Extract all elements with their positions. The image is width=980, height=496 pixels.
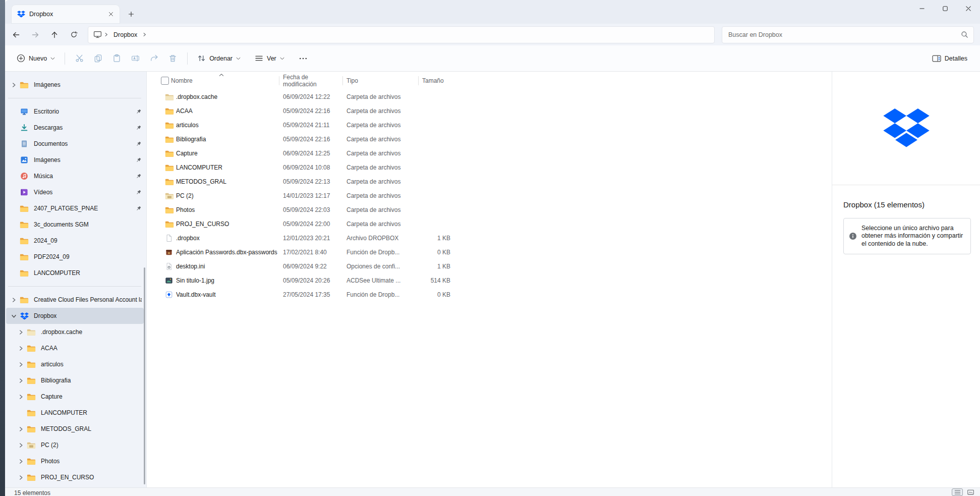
file-row-dropbox-cache[interactable]: .dropbox.cache 06/09/2024 12:22 Carpeta …	[147, 90, 832, 104]
expand-chevron[interactable]	[10, 312, 17, 319]
minimize-icon	[919, 6, 925, 12]
expand-chevron[interactable]	[17, 328, 24, 336]
sidebar-item-vídeos[interactable]: Vídeos	[6, 184, 144, 200]
sidebar-item-creative-cloud-files-personal-account-las[interactable]: Creative Cloud Files Personal Account la…	[6, 292, 144, 308]
sidebar-item-dropbox[interactable]: Dropbox	[6, 308, 144, 324]
folder-icon	[20, 253, 29, 261]
file-modified-date: 05/09/2024 21:11	[279, 122, 342, 129]
new-button[interactable]: Nuevo	[12, 50, 60, 66]
sidebar-item-lancomputer[interactable]: LANCOMPUTER	[6, 405, 144, 421]
select-all-checkbox[interactable]	[161, 77, 169, 85]
sidebar-item-dropbox-cache[interactable]: .dropbox.cache	[6, 324, 144, 340]
search-icon[interactable]	[961, 31, 968, 38]
column-header-type[interactable]: Tipo	[342, 77, 418, 85]
sidebar-item-pc-2[interactable]: PC (2)	[6, 437, 144, 453]
details-pane-toggle-button[interactable]: Detalles	[928, 51, 972, 66]
file-row-metodos-gral[interactable]: METODOS_GRAL 05/09/2024 22:13 Carpeta de…	[147, 175, 832, 189]
file-row-sin-titulo-1-jpg[interactable]: Sin titulo-1.jpg 05/09/2024 20:26 ACDSee…	[147, 273, 832, 288]
expand-chevron[interactable]	[10, 81, 17, 88]
sidebar-item-imágenes[interactable]: Imágenes	[6, 77, 144, 93]
new-tab-button[interactable]	[124, 7, 138, 21]
expand-chevron[interactable]	[17, 442, 24, 449]
sort-button[interactable]: Ordenar	[193, 51, 245, 66]
delete-button[interactable]	[163, 50, 182, 67]
sidebar-item-2024-09[interactable]: 2024_09	[6, 233, 144, 249]
sidebar-item-lancomputer[interactable]: LANCOMPUTER	[6, 265, 144, 281]
sidebar-item-escritorio[interactable]: Escritorio	[6, 103, 144, 120]
file-row-bibliografia[interactable]: Bibliografia 05/09/2024 22:16 Carpeta de…	[147, 132, 832, 146]
chevron-spacer	[10, 237, 17, 244]
more-options-button[interactable]	[294, 53, 312, 64]
details-panel-icon	[932, 55, 941, 62]
close-button[interactable]	[957, 0, 980, 17]
forward-button[interactable]	[26, 27, 44, 43]
file-row-dropbox[interactable]: .dropbox 12/01/2023 20:21 Archivo DROPBO…	[147, 231, 832, 245]
file-row-desktop-ini[interactable]: desktop.ini 06/09/2024 9:22 Opciones de …	[147, 259, 832, 273]
file-row-vault-dbx-vault[interactable]: Vault.dbx-vault 27/05/2024 17:35 Función…	[147, 288, 832, 302]
sidebar-item-capture[interactable]: Capture	[6, 389, 144, 405]
sidebar-item-label: Imágenes	[34, 156, 133, 163]
column-header-size[interactable]: Tamaño	[418, 77, 459, 85]
chevron-right-icon	[18, 329, 24, 335]
tab-close-button[interactable]	[106, 9, 116, 19]
file-row-capture[interactable]: Capture 06/09/2024 12:25 Carpeta de arch…	[147, 146, 832, 160]
share-button[interactable]	[145, 50, 163, 67]
back-arrow-icon	[12, 31, 20, 39]
thumbnail-view-toggle[interactable]	[965, 488, 976, 496]
maximize-button[interactable]	[934, 0, 957, 17]
column-header-date[interactable]: Fecha de modificación	[279, 77, 342, 85]
sidebar-item-2407-platges-pnae[interactable]: 2407_PLATGES_PNAE	[6, 200, 144, 216]
tab-dropbox[interactable]: Dropbox	[11, 5, 120, 24]
search-box[interactable]	[722, 26, 974, 43]
sidebar-item-acaa[interactable]: ACAA	[6, 340, 144, 356]
sidebar-scrollbar[interactable]	[144, 267, 145, 484]
sidebar-item-3c-documents-sgm[interactable]: 3c_documents SGM	[6, 216, 144, 233]
breadcrumb-item-dropbox[interactable]: Dropbox	[110, 30, 140, 39]
search-input[interactable]	[727, 31, 961, 39]
file-type: Opciones de confi...	[342, 263, 418, 270]
file-row-articulos[interactable]: articulos 05/09/2024 21:11 Carpeta de ar…	[147, 118, 832, 132]
folder-icon	[27, 458, 36, 465]
sidebar-item-label: Imágenes	[34, 81, 142, 88]
chevron-right-icon	[18, 378, 24, 383]
view-button[interactable]: Ver	[250, 51, 289, 66]
expand-chevron[interactable]	[17, 345, 24, 352]
back-button[interactable]	[7, 27, 25, 43]
sidebar-item-articulos[interactable]: articulos	[6, 356, 144, 372]
sidebar-item-descargas[interactable]: Descargas	[6, 120, 144, 136]
sidebar-item-proj-en-curso[interactable]: PROJ_EN_CURSO	[6, 469, 144, 485]
file-row-lancomputer[interactable]: LANCOMPUTER 06/09/2024 10:08 Carpeta de …	[147, 160, 832, 175]
sidebar-item-imágenes[interactable]: Imágenes	[6, 152, 144, 168]
sidebar-item-bibliografia[interactable]: Bibliografia	[6, 372, 144, 389]
refresh-button[interactable]	[65, 27, 83, 43]
expand-chevron[interactable]	[17, 474, 24, 481]
expand-chevron[interactable]	[17, 393, 24, 400]
sidebar-item-documentos[interactable]: Documentos	[6, 136, 144, 152]
sidebar-item-label: Bibliografia	[41, 377, 142, 384]
file-row-photos[interactable]: Photos 05/09/2024 22:03 Carpeta de archi…	[147, 203, 832, 217]
sidebar-item-pdf2024-09[interactable]: PDF2024_09	[6, 249, 144, 265]
column-header-name[interactable]: Nombre	[171, 77, 279, 85]
file-row-pc-2[interactable]: PC (2) 14/01/2023 12:17 Carpeta de archi…	[147, 189, 832, 203]
file-name: Vault.dbx-vault	[176, 291, 279, 298]
cut-button[interactable]	[70, 50, 89, 67]
up-button[interactable]	[45, 27, 64, 43]
file-row-aplicación-passwords-dbx-passwords[interactable]: Aplicación Passwords.dbx-passwords 17/02…	[147, 245, 832, 259]
expand-chevron[interactable]	[17, 458, 24, 465]
details-view-toggle[interactable]	[952, 488, 963, 496]
sidebar-item-metodos-gral[interactable]: METODOS_GRAL	[6, 421, 144, 437]
paste-button[interactable]	[107, 50, 126, 67]
expand-chevron[interactable]	[10, 296, 17, 303]
sidebar-item-photos[interactable]: Photos	[6, 453, 144, 469]
breadcrumb[interactable]: Dropbox	[88, 26, 715, 43]
copy-button[interactable]	[89, 50, 107, 67]
rename-button[interactable]	[126, 50, 145, 67]
sidebar-item-música[interactable]: Música	[6, 168, 144, 184]
chevron-spacer	[10, 253, 17, 260]
expand-chevron[interactable]	[17, 425, 24, 432]
file-row-acaa[interactable]: ACAA 05/09/2024 22:16 Carpeta de archivo…	[147, 104, 832, 118]
minimize-button[interactable]	[910, 0, 934, 17]
file-row-proj-en-curso[interactable]: PROJ_EN_CURSO 05/09/2024 22:00 Carpeta d…	[147, 217, 832, 231]
expand-chevron[interactable]	[17, 377, 24, 384]
expand-chevron[interactable]	[17, 361, 24, 368]
